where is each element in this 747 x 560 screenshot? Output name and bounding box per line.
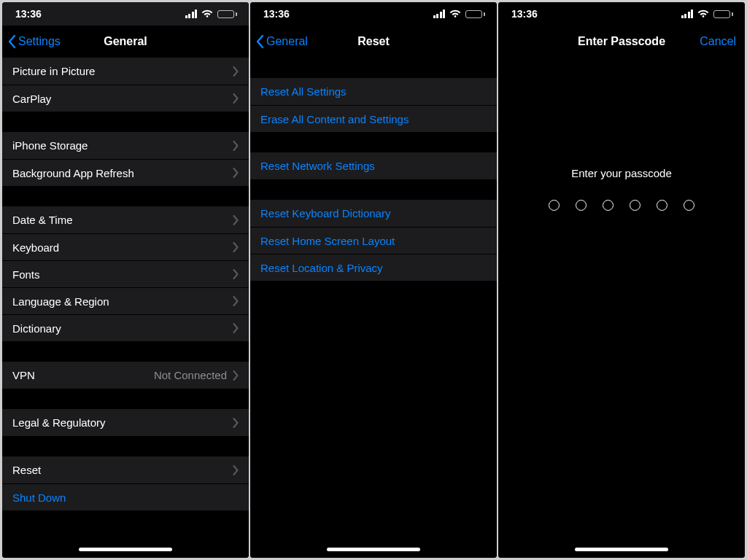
row-label: Reset Keyboard Dictionary xyxy=(260,207,487,219)
back-label: Settings xyxy=(18,35,61,48)
back-label: General xyxy=(266,35,308,48)
chevron-right-icon xyxy=(233,93,239,104)
status-icons xyxy=(185,9,238,18)
row-label: Date & Time xyxy=(12,214,233,226)
row-label: iPhone Storage xyxy=(12,139,233,152)
row-reset-keyboard-dictionary[interactable]: Reset Keyboard Dictionary xyxy=(250,200,497,227)
row-label: Reset Network Settings xyxy=(260,160,487,172)
row-reset-location-privacy[interactable]: Reset Location & Privacy xyxy=(250,254,497,281)
chevron-right-icon xyxy=(233,370,239,381)
row-reset-network-settings[interactable]: Reset Network Settings xyxy=(250,152,497,179)
cellular-signal-icon xyxy=(185,9,198,18)
wifi-icon xyxy=(449,9,461,18)
row-label: Reset All Settings xyxy=(260,85,487,98)
home-indicator[interactable] xyxy=(327,548,420,551)
row-label: CarPlay xyxy=(12,93,233,105)
chevron-right-icon xyxy=(233,323,239,333)
row-label: Language & Region xyxy=(12,295,233,308)
passcode-dot xyxy=(603,200,614,211)
nav-bar: Enter Passcode Cancel xyxy=(498,26,745,58)
row-reset-all-settings[interactable]: Reset All Settings xyxy=(250,78,497,105)
settings-list[interactable]: Picture in Picture CarPlay iPhone Storag… xyxy=(2,58,249,558)
chevron-left-icon xyxy=(8,34,17,49)
nav-bar: General Reset xyxy=(250,26,497,58)
passcode-area: Enter your passcode xyxy=(498,58,745,558)
chevron-right-icon xyxy=(233,66,239,77)
chevron-right-icon xyxy=(233,465,239,475)
chevron-right-icon xyxy=(233,242,239,252)
nav-bar: Settings General xyxy=(2,26,249,58)
reset-list[interactable]: Reset All Settings Erase All Content and… xyxy=(250,58,497,558)
status-bar: 13:36 xyxy=(250,2,497,26)
screen-general: 13:36 Settings General Picture in xyxy=(2,2,249,558)
row-iphone-storage[interactable]: iPhone Storage xyxy=(2,132,249,159)
home-indicator[interactable] xyxy=(79,548,172,551)
row-label: Reset Location & Privacy xyxy=(260,262,487,274)
wifi-icon xyxy=(697,9,709,18)
row-label: Reset xyxy=(12,464,233,476)
row-label: Reset Home Screen Layout xyxy=(260,235,487,247)
row-label: Picture in Picture xyxy=(12,65,233,77)
row-shut-down[interactable]: Shut Down xyxy=(2,483,249,510)
back-button[interactable]: General xyxy=(250,34,308,49)
status-bar: 13:36 xyxy=(498,2,745,26)
chevron-right-icon xyxy=(233,141,239,151)
row-label: Dictionary xyxy=(12,322,233,335)
status-bar: 13:36 xyxy=(2,2,249,26)
screen-passcode: 13:36 Enter Passcode Cancel Enter your p… xyxy=(498,2,745,558)
back-button[interactable]: Settings xyxy=(2,34,61,49)
cancel-button[interactable]: Cancel xyxy=(700,35,736,48)
row-legal-regulatory[interactable]: Legal & Regulatory xyxy=(2,409,249,436)
row-date-time[interactable]: Date & Time xyxy=(2,206,249,233)
chevron-right-icon xyxy=(233,296,239,306)
status-icons xyxy=(433,9,486,18)
row-label: Erase All Content and Settings xyxy=(260,113,487,125)
row-label: Keyboard xyxy=(12,241,233,254)
row-language-region[interactable]: Language & Region xyxy=(2,287,249,314)
passcode-dots[interactable] xyxy=(549,200,694,211)
row-label: Shut Down xyxy=(12,491,239,504)
chevron-right-icon xyxy=(233,215,239,225)
status-time: 13:36 xyxy=(263,8,290,20)
passcode-dot xyxy=(684,200,694,211)
home-indicator[interactable] xyxy=(575,548,668,551)
row-label: VPN xyxy=(12,369,154,381)
row-label: Background App Refresh xyxy=(12,167,233,179)
row-carplay[interactable]: CarPlay xyxy=(2,85,249,112)
cellular-signal-icon xyxy=(433,9,446,18)
row-label: Fonts xyxy=(12,268,233,281)
chevron-right-icon xyxy=(233,168,239,178)
triptych: 13:36 Settings General Picture in xyxy=(0,0,747,560)
screen-reset: 13:36 General Reset Reset A xyxy=(250,2,497,558)
battery-icon xyxy=(217,10,237,18)
status-icons xyxy=(681,9,734,18)
row-reset[interactable]: Reset xyxy=(2,456,249,483)
battery-icon xyxy=(713,10,733,18)
status-time: 13:36 xyxy=(511,8,538,20)
row-reset-home-screen-layout[interactable]: Reset Home Screen Layout xyxy=(250,227,497,254)
passcode-dot xyxy=(549,200,560,211)
passcode-dot xyxy=(576,200,587,211)
battery-icon xyxy=(465,10,485,18)
row-background-app-refresh[interactable]: Background App Refresh xyxy=(2,159,249,186)
cellular-signal-icon xyxy=(681,9,694,18)
row-dictionary[interactable]: Dictionary xyxy=(2,314,249,341)
wifi-icon xyxy=(201,9,213,18)
passcode-dot xyxy=(657,200,667,211)
passcode-dot xyxy=(630,200,640,211)
row-picture-in-picture[interactable]: Picture in Picture xyxy=(2,58,249,85)
row-fonts[interactable]: Fonts xyxy=(2,260,249,287)
status-time: 13:36 xyxy=(15,8,42,20)
row-erase-all-content[interactable]: Erase All Content and Settings xyxy=(250,105,497,132)
row-keyboard[interactable]: Keyboard xyxy=(2,233,249,260)
chevron-right-icon xyxy=(233,269,239,279)
chevron-right-icon xyxy=(233,418,239,428)
row-value: Not Connected xyxy=(154,369,227,381)
row-label: Legal & Regulatory xyxy=(12,416,233,429)
chevron-left-icon xyxy=(256,34,265,49)
passcode-prompt: Enter your passcode xyxy=(571,167,672,179)
row-vpn[interactable]: VPN Not Connected xyxy=(2,362,249,389)
